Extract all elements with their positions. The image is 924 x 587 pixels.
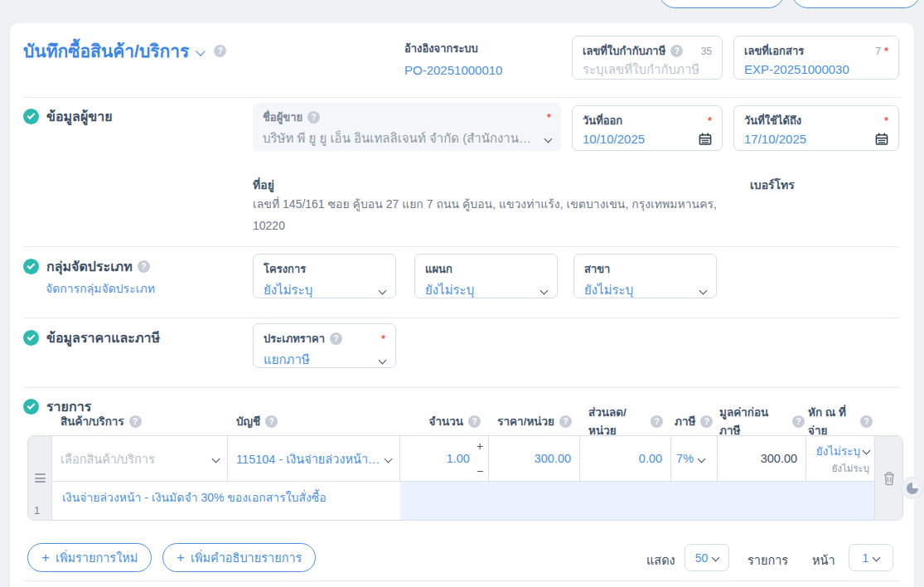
system-reference-link[interactable]: PO-20251000010 bbox=[404, 63, 502, 77]
page-value: 1 bbox=[863, 551, 869, 565]
col-withholding-help-icon[interactable]: ? bbox=[860, 415, 873, 428]
seller-name-help-icon[interactable]: ? bbox=[307, 111, 320, 124]
pricing-section-label: ข้อมูลราคาและภาษี bbox=[46, 327, 160, 348]
add-description-button[interactable]: + เพิ่มคำอธิบายรายการ bbox=[162, 543, 316, 572]
unit-price-cell[interactable]: 300.00 bbox=[489, 436, 580, 481]
item-description[interactable]: เงินจ่ายล่วงหน้า - เงินมัดจำ 30% ของเอกส… bbox=[52, 482, 400, 520]
system-reference: อ้างอิงจากระบบ PO-20251000010 bbox=[404, 40, 502, 77]
discount-cell[interactable]: 0.00 bbox=[580, 436, 671, 481]
tax-select[interactable]: 7% bbox=[671, 436, 718, 481]
department-value: ยังไม่ระบุ bbox=[425, 280, 474, 300]
seller-section-header: ข้อมูลผู้ขาย bbox=[23, 106, 113, 127]
row-drag-handle[interactable]: 1 bbox=[28, 436, 52, 520]
col-pretax-help-icon[interactable]: ? bbox=[792, 415, 805, 428]
divider bbox=[23, 318, 900, 318]
pagination-show-label: แสดง bbox=[646, 551, 675, 570]
delete-row-cell[interactable] bbox=[874, 436, 902, 520]
department-chevron-down-icon[interactable] bbox=[540, 286, 549, 294]
document-number-field[interactable]: เลขที่เอกสาร 7 * bbox=[733, 36, 899, 80]
classification-help-icon[interactable]: ? bbox=[138, 260, 150, 273]
withholding-sub-value: ยังไม่ระบุ bbox=[832, 461, 869, 476]
title-chevron-down-icon[interactable] bbox=[196, 46, 206, 56]
pie-chart-icon bbox=[907, 483, 918, 494]
col-quantity-help-icon[interactable]: ? bbox=[468, 415, 481, 428]
col-pretax-label: มูลค่าก่อนภาษี bbox=[719, 403, 787, 439]
floating-pie-widget[interactable] bbox=[901, 477, 923, 499]
quantity-value[interactable]: 1.00 bbox=[447, 452, 470, 465]
issue-date-required-asterisk: * bbox=[708, 114, 712, 127]
col-account-help-icon[interactable]: ? bbox=[265, 415, 278, 428]
trash-icon[interactable] bbox=[883, 471, 896, 486]
withholding-select[interactable]: ยังไม่ระบุ ยังไม่ระบุ bbox=[806, 436, 874, 481]
price-type-select[interactable]: ประเภทราคา ? * แยกภาษี bbox=[253, 323, 396, 368]
quantity-increment-button[interactable]: + bbox=[477, 440, 483, 452]
seller-name-value: บริษัท พี ยู ยู เอ็น อินเทลลิเจนท์ จำกัด… bbox=[263, 129, 532, 148]
account-select[interactable]: 115104 - เงินจ่ายล่วงหน้า - ... bbox=[228, 436, 400, 481]
document-number-input[interactable] bbox=[744, 62, 888, 76]
withholding-chevron-down-icon[interactable] bbox=[863, 446, 871, 454]
divider bbox=[23, 246, 900, 247]
item-row-highlight bbox=[400, 482, 874, 520]
tax-value: 7% bbox=[676, 452, 694, 465]
calendar-icon[interactable] bbox=[699, 133, 712, 145]
per-page-value: 50 bbox=[695, 551, 709, 565]
project-select[interactable]: โครงการ ยังไม่ระบุ bbox=[253, 254, 396, 298]
price-type-chevron-down-icon[interactable] bbox=[379, 356, 387, 364]
tax-invoice-number-field[interactable]: เลขที่ใบกำกับภาษี ? 35 bbox=[572, 36, 723, 80]
discount-value[interactable]: 0.00 bbox=[639, 452, 662, 465]
manage-classification-link[interactable]: จัดการกลุ่มจัดประเภท bbox=[46, 279, 155, 298]
system-reference-label: อ้างอิงจากระบบ bbox=[404, 40, 502, 57]
top-action-button-1[interactable] bbox=[659, 0, 785, 8]
branch-chevron-down-icon[interactable] bbox=[699, 286, 708, 294]
valid-until-label: วันที่ใช้ได้ถึง bbox=[744, 112, 801, 129]
tax-invoice-input[interactable] bbox=[583, 62, 712, 76]
tax-invoice-help-icon[interactable]: ? bbox=[670, 45, 683, 57]
product-chevron-down-icon[interactable] bbox=[212, 454, 220, 463]
drag-handle-icon[interactable] bbox=[35, 472, 46, 485]
plus-icon: + bbox=[41, 550, 50, 566]
document-char-counter: 7 bbox=[875, 46, 881, 57]
col-discount-label: ส่วนลด/หน่วย bbox=[588, 403, 646, 439]
valid-until-value: 17/10/2025 bbox=[744, 132, 806, 146]
add-description-button-label: เพิ่มคำอธิบายรายการ bbox=[191, 548, 302, 567]
per-page-chevron-down-icon[interactable] bbox=[712, 554, 720, 562]
page-chevron-down-icon[interactable] bbox=[873, 554, 881, 562]
col-product-help-icon[interactable]: ? bbox=[129, 415, 142, 428]
seller-section-label: ข้อมูลผู้ขาย bbox=[46, 106, 113, 127]
account-chevron-down-icon[interactable] bbox=[385, 454, 393, 463]
project-label: โครงการ bbox=[264, 260, 306, 278]
unit-price-value[interactable]: 300.00 bbox=[535, 452, 571, 465]
price-type-help-icon[interactable]: ? bbox=[330, 332, 342, 345]
issue-date-label: วันที่ออก bbox=[583, 112, 622, 129]
seller-name-required-asterisk: * bbox=[547, 111, 551, 124]
product-select[interactable]: เลือกสินค้า/บริการ bbox=[52, 436, 228, 481]
col-discount-help-icon[interactable]: ? bbox=[651, 415, 663, 428]
seller-name-select[interactable]: ชื่อผู้ขาย ? * บริษัท พี ยู ยู เอ็น อินเ… bbox=[253, 103, 561, 152]
tax-invoice-label: เลขที่ใบกำกับภาษี bbox=[583, 42, 665, 60]
col-tax-help-icon[interactable]: ? bbox=[700, 415, 713, 428]
col-unit-price-help-icon[interactable]: ? bbox=[559, 415, 572, 428]
seller-name-chevron-down-icon[interactable] bbox=[544, 134, 553, 143]
col-tax-label: ภาษี bbox=[675, 412, 695, 430]
project-chevron-down-icon[interactable] bbox=[379, 286, 387, 294]
tax-chevron-down-icon[interactable] bbox=[698, 454, 706, 463]
top-action-button-2[interactable] bbox=[791, 0, 921, 8]
col-account-label: บัญชี bbox=[236, 412, 260, 430]
department-select[interactable]: แผนก ยังไม่ระบุ bbox=[414, 254, 558, 298]
product-placeholder: เลือกสินค้า/บริการ bbox=[60, 449, 155, 468]
pricing-section-header: ข้อมูลราคาและภาษี bbox=[23, 327, 160, 348]
add-item-button[interactable]: + เพิ่มรายการใหม่ bbox=[27, 543, 152, 572]
per-page-select[interactable]: 50 bbox=[685, 544, 729, 571]
quantity-decrement-button[interactable]: − bbox=[477, 465, 483, 477]
page-select[interactable]: 1 bbox=[849, 544, 893, 571]
branch-select[interactable]: สาขา ยังไม่ระบุ bbox=[573, 254, 717, 298]
branch-value: ยังไม่ระบุ bbox=[584, 280, 633, 300]
title-help-icon[interactable]: ? bbox=[214, 45, 226, 57]
document-required-asterisk: * bbox=[884, 45, 888, 57]
valid-until-date-field[interactable]: วันที่ใช้ได้ถึง * 17/10/2025 bbox=[733, 105, 899, 151]
quantity-stepper[interactable]: + − bbox=[477, 440, 483, 477]
valid-until-required-asterisk: * bbox=[884, 114, 888, 127]
issue-date-field[interactable]: วันที่ออก * 10/10/2025 bbox=[572, 105, 723, 151]
calendar-icon[interactable] bbox=[875, 133, 888, 145]
quantity-cell[interactable]: 1.00 + − bbox=[400, 436, 489, 481]
